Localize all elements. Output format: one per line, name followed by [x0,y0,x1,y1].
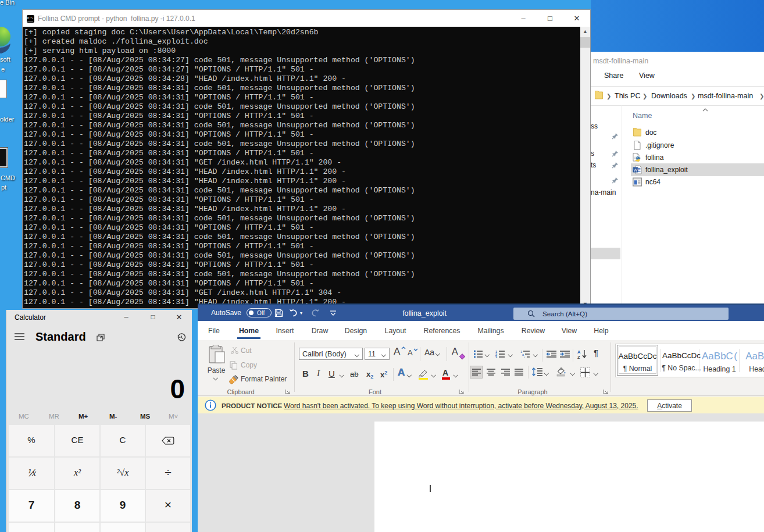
svg-text:3: 3 [495,356,497,359]
svg-text:W: W [633,167,638,173]
svg-text:Z: Z [577,355,580,359]
svg-text:i: i [524,356,524,359]
